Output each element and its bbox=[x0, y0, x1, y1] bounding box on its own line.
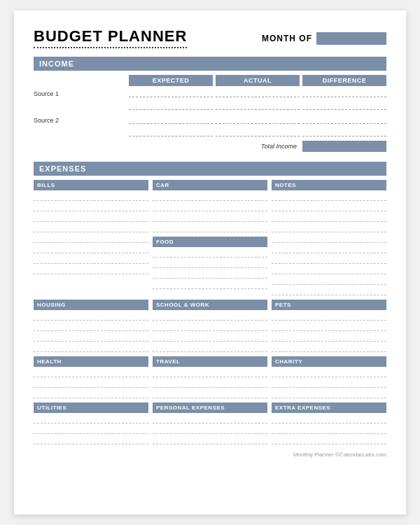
list-item bbox=[153, 192, 267, 201]
list-item bbox=[153, 323, 267, 331]
source-2-fields bbox=[129, 114, 386, 124]
source-2-label: Source 2 bbox=[34, 117, 83, 124]
source-2-actual-line-2[interactable] bbox=[216, 127, 300, 136]
source-1-expected-line-2[interactable] bbox=[129, 100, 213, 110]
list-item bbox=[34, 390, 148, 398]
source-1-actual-line[interactable] bbox=[216, 88, 300, 97]
source-2-expected-line[interactable] bbox=[129, 114, 213, 124]
list-item bbox=[34, 369, 148, 377]
source-2-row-2 bbox=[34, 127, 386, 136]
pets-header: Pets bbox=[272, 300, 386, 310]
list-item bbox=[153, 344, 267, 352]
car-lines bbox=[153, 192, 267, 232]
source-1-actual-line-2[interactable] bbox=[216, 100, 300, 110]
list-item bbox=[272, 192, 386, 201]
list-item bbox=[34, 224, 148, 232]
source-2-fields-2 bbox=[129, 127, 386, 136]
list-item bbox=[272, 287, 386, 295]
source-1-group: Source 1 bbox=[34, 88, 386, 110]
pets-block: Pets bbox=[272, 300, 386, 352]
charity-header: Charity bbox=[272, 356, 386, 367]
source-2-expected bbox=[129, 114, 213, 124]
month-of-label: Month of bbox=[262, 32, 386, 45]
list-item bbox=[153, 203, 267, 211]
notes-lines bbox=[272, 192, 386, 295]
footer-text: Monthly Planner ©CalendarLabs.com bbox=[293, 451, 386, 458]
source-2-actual-2 bbox=[216, 127, 300, 136]
list-item bbox=[34, 214, 148, 222]
list-item bbox=[34, 333, 148, 342]
list-item bbox=[34, 426, 148, 434]
utilities-lines bbox=[34, 415, 148, 444]
list-item bbox=[34, 192, 148, 201]
list-item bbox=[153, 260, 267, 268]
page-title: Budget Planner bbox=[34, 27, 187, 48]
list-item bbox=[272, 276, 386, 285]
source-1-expected-line[interactable] bbox=[129, 88, 213, 97]
actual-col-header: Actual bbox=[216, 75, 300, 86]
car-header: Car bbox=[153, 180, 267, 190]
list-item bbox=[153, 426, 267, 434]
source-1-difference-line[interactable] bbox=[302, 88, 386, 97]
list-item bbox=[272, 255, 386, 264]
school-work-lines bbox=[153, 312, 267, 352]
source-2-expected-line-2[interactable] bbox=[129, 127, 213, 136]
list-item bbox=[272, 333, 386, 342]
source-1-expected-2 bbox=[129, 100, 213, 110]
total-income-box bbox=[302, 141, 386, 152]
page: Budget Planner Month of Income Expected … bbox=[14, 10, 406, 514]
source-2-difference-line[interactable] bbox=[302, 114, 386, 124]
school-work-header: School & Work bbox=[153, 300, 267, 310]
list-item bbox=[272, 344, 386, 352]
health-lines bbox=[34, 369, 148, 398]
health-header: Health bbox=[34, 356, 148, 367]
source-1-actual-2 bbox=[216, 100, 300, 110]
list-item bbox=[272, 379, 386, 388]
list-item bbox=[34, 312, 148, 321]
total-income-row: Total Income bbox=[34, 141, 386, 152]
list-item bbox=[153, 390, 267, 398]
list-item bbox=[272, 203, 386, 211]
source-1-row-2 bbox=[34, 100, 386, 110]
list-item bbox=[153, 249, 267, 258]
list-item bbox=[34, 323, 148, 331]
utilities-header: Utilities bbox=[34, 402, 148, 413]
source-2-row: Source 2 bbox=[34, 114, 386, 124]
bills-block: Bills bbox=[34, 180, 148, 295]
list-item bbox=[34, 436, 148, 444]
extra-expenses-lines bbox=[272, 415, 386, 444]
bills-lines bbox=[34, 192, 148, 274]
list-item bbox=[153, 379, 267, 388]
source-2-group: Source 2 bbox=[34, 114, 386, 136]
extra-expenses-header: Extra Expenses bbox=[272, 402, 386, 413]
car-block: Car bbox=[153, 180, 267, 232]
expenses-grid-row3: Health Travel Charity bbox=[34, 356, 386, 398]
header: Budget Planner Month of bbox=[34, 27, 386, 48]
source-2-difference-line-2[interactable] bbox=[302, 127, 386, 136]
income-section: Income Expected Actual Difference Source… bbox=[34, 57, 386, 152]
list-item bbox=[272, 234, 386, 243]
health-block: Health bbox=[34, 356, 148, 398]
source-2-actual-line[interactable] bbox=[216, 114, 300, 124]
list-item bbox=[34, 234, 148, 243]
charity-block: Charity bbox=[272, 356, 386, 398]
expected-col-header: Expected bbox=[129, 75, 213, 86]
list-item bbox=[34, 344, 148, 352]
source-1-fields-2 bbox=[129, 100, 386, 110]
charity-lines bbox=[272, 369, 386, 398]
notes-header: Notes bbox=[272, 180, 386, 190]
source-1-label: Source 1 bbox=[34, 90, 83, 97]
month-input-box[interactable] bbox=[316, 32, 386, 45]
housing-header: Housing bbox=[34, 300, 148, 310]
list-item bbox=[272, 390, 386, 398]
source-1-difference-2 bbox=[302, 100, 386, 110]
personal-expenses-lines bbox=[153, 415, 267, 444]
extra-expenses-block: Extra Expenses bbox=[272, 402, 386, 444]
pets-lines bbox=[272, 312, 386, 352]
list-item bbox=[272, 312, 386, 321]
source-1-difference-line-2[interactable] bbox=[302, 100, 386, 110]
list-item bbox=[153, 270, 267, 279]
list-item bbox=[272, 245, 386, 253]
list-item bbox=[153, 369, 267, 377]
list-item bbox=[153, 214, 267, 222]
